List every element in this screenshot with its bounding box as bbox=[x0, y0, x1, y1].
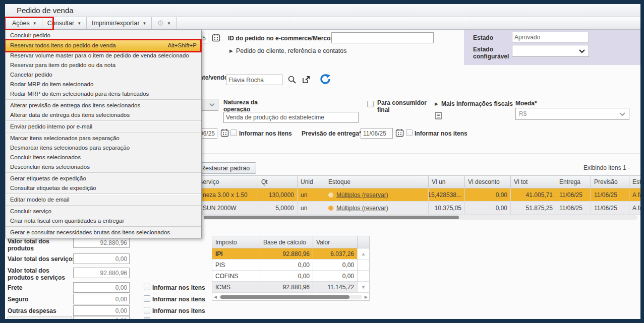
outras-despesas-input[interactable] bbox=[73, 305, 130, 316]
menu-separator bbox=[6, 172, 201, 173]
consultar-button-label: Consultar bbox=[47, 20, 75, 27]
tax-table: Imposto Base de cálculo Valor IPI 92.880… bbox=[212, 236, 370, 301]
tax-row[interactable]: COFINS 0,00 0,00 bbox=[212, 271, 369, 282]
menu-item-gerar-etiquetas[interactable]: Gerar etiquetas de expedição bbox=[6, 174, 201, 183]
refresh-icon[interactable] bbox=[320, 74, 331, 87]
menu-item-gerar-necessidades-brutas[interactable]: Gerar e consultar necessidades brutas do… bbox=[6, 228, 201, 237]
menu-item-concluir-servico[interactable]: Concluir serviço bbox=[6, 207, 201, 216]
tax-row[interactable]: ICMS 92.880,96 11.145,72 ▼ bbox=[212, 282, 369, 293]
calendar-icon[interactable] bbox=[395, 128, 404, 139]
informar-itens-checkbox-previsao[interactable] bbox=[406, 130, 413, 136]
seguro-input[interactable] bbox=[73, 294, 130, 304]
col-imposto[interactable]: Imposto bbox=[212, 236, 260, 248]
informar-itens-label-entrega: Informar nos itens bbox=[239, 130, 292, 137]
col-entrega[interactable]: Entrega bbox=[556, 175, 591, 188]
menu-item-reservar-para-item[interactable]: Reservar para item do pedido ou da nota bbox=[6, 60, 201, 70]
tax-table-hscrollbar[interactable]: ◀ ▶ bbox=[212, 293, 369, 300]
consumidor-final-checkbox[interactable] bbox=[367, 101, 374, 107]
frete-input[interactable] bbox=[73, 282, 130, 293]
consultar-button[interactable]: Consultar ▼ bbox=[42, 17, 87, 29]
cell-entrega: 11/06/25 bbox=[556, 188, 591, 202]
natureza-operacao-input[interactable] bbox=[223, 112, 359, 123]
search-icon[interactable] bbox=[287, 75, 297, 86]
menu-item-cancelar-pedido[interactable]: Cancelar pedido bbox=[6, 70, 201, 80]
imprimir-exportar-button[interactable]: Imprimir/exportar ▼ bbox=[87, 17, 152, 29]
menu-item-consultar-etiquetas[interactable]: Consultar etiquetas de expedição bbox=[6, 183, 201, 193]
mais-info-fiscais-toggle[interactable]: ▶ Mais informações fiscais bbox=[435, 100, 513, 107]
representante-input[interactable] bbox=[226, 75, 282, 85]
total-servicos-input[interactable] bbox=[73, 253, 130, 264]
scroll-down-icon[interactable]: ▼ bbox=[358, 282, 369, 293]
menu-item-alterar-previsao[interactable]: Alterar previsão de entrega dos itens se… bbox=[6, 101, 201, 110]
informar-itens-checkbox-frete[interactable] bbox=[144, 284, 150, 290]
menu-item-concluir-itens[interactable]: Concluir itens selecionados bbox=[6, 153, 201, 162]
calendar-icon[interactable] bbox=[220, 128, 229, 139]
informar-itens-checkbox-entrega[interactable] bbox=[230, 130, 237, 136]
menu-item-enviar-pedido-email[interactable]: Enviar pedido interno por e-mail bbox=[6, 122, 201, 132]
total-produtos-label: Valor total dos produtos bbox=[8, 238, 61, 252]
table-row[interactable]: SUN 2000W 5,0000 un Múltiplos (reservar)… bbox=[126, 202, 640, 215]
col-valor[interactable]: Valor bbox=[313, 236, 358, 248]
cell-imposto: COFINS bbox=[212, 271, 260, 282]
cutoff-row-checkbox[interactable] bbox=[144, 317, 150, 319]
scrollbar-thumb[interactable] bbox=[220, 295, 349, 299]
paging-info: Exibindo itens 1 - bbox=[583, 164, 630, 171]
cell-base: 92.880,96 bbox=[260, 282, 313, 293]
estado-input bbox=[512, 32, 589, 42]
restaurar-padrao-button[interactable]: Restaurar padrão bbox=[194, 162, 256, 174]
total-prod-serv-input[interactable] bbox=[73, 268, 130, 278]
menu-item-marcar-separacao[interactable]: Marcar itens selecionados para separação bbox=[6, 134, 201, 143]
total-produtos-input[interactable] bbox=[73, 237, 130, 248]
scrollbar-thumb[interactable] bbox=[204, 216, 459, 219]
natureza-prefix-select[interactable] bbox=[199, 99, 218, 111]
menu-item-criar-nota-fiscal[interactable]: Criar nota fiscal com quantidades a entr… bbox=[6, 216, 201, 226]
settings-button[interactable]: ⚙ ▼ bbox=[152, 17, 176, 29]
menu-item-desmarcar-separacao[interactable]: Desmarcar itens selecionados para separa… bbox=[6, 143, 201, 153]
informar-itens-checkbox-outras[interactable] bbox=[144, 307, 150, 313]
multiplos-reservar-link[interactable]: Múltiplos (reservar) bbox=[336, 191, 388, 199]
previsao-entrega-input[interactable] bbox=[361, 128, 393, 139]
col-vl-desconto[interactable]: Vl desconto bbox=[465, 175, 511, 188]
moeda-select[interactable]: R$ bbox=[515, 108, 629, 120]
ecommerce-id-input[interactable] bbox=[331, 32, 434, 43]
menu-item-desconcluir-itens[interactable]: Desconcluir itens selecionados bbox=[6, 162, 201, 172]
col-unid[interactable]: Unid bbox=[298, 175, 325, 188]
cell-vl-un: 10.375,05 bbox=[429, 202, 465, 215]
document-icon[interactable] bbox=[435, 112, 442, 121]
informar-itens-checkbox-seguro[interactable] bbox=[144, 295, 150, 302]
tax-row[interactable]: IPI 92.880,96 6.037,26 ▲ bbox=[212, 248, 369, 260]
acoes-button[interactable]: Ações ▼ bbox=[7, 17, 42, 29]
acoes-dropdown-menu: Concluir pedido Reservar todos itens do … bbox=[5, 30, 202, 238]
tax-row[interactable]: PIS 0,00 0,00 bbox=[212, 260, 369, 271]
menu-item-concluir-pedido[interactable]: Concluir pedido bbox=[6, 31, 201, 40]
col-estoque[interactable]: Estoque bbox=[325, 175, 429, 188]
calendar-icon[interactable] bbox=[212, 33, 220, 44]
menu-item-reservar-todos-itens[interactable]: Reservar todos itens do pedido de venda … bbox=[6, 40, 201, 51]
col-vl-un[interactable]: Vl un bbox=[429, 175, 465, 188]
open-external-icon[interactable] bbox=[302, 75, 311, 86]
cell-base: 92.880,96 bbox=[260, 248, 313, 260]
cell-entrega: 11/06/25 bbox=[556, 202, 591, 215]
col-vl-tot[interactable]: Vl tot bbox=[511, 175, 556, 188]
estado-configuravel-select[interactable] bbox=[512, 45, 589, 57]
menu-item-rodar-mrp-fabricados[interactable]: Rodar MRP do item selecionado para itens… bbox=[6, 89, 201, 99]
multiplos-reservar-link[interactable]: Múltiplos (reservar) bbox=[336, 205, 388, 212]
informar-itens-label-previsao: Informar nos itens bbox=[415, 130, 467, 137]
menu-item-alterar-data[interactable]: Alterar data de entrega dos itens seleci… bbox=[6, 110, 201, 120]
cliente-section-toggle[interactable]: ▶ Pedido do cliente, referência e contat… bbox=[229, 47, 347, 54]
col-estado[interactable]: Estado bbox=[629, 175, 640, 188]
col-qt[interactable]: Qt bbox=[258, 175, 298, 188]
items-table-hscrollbar[interactable] bbox=[203, 215, 637, 220]
menu-item-rodar-mrp[interactable]: Rodar MRP do item selecionado bbox=[6, 80, 201, 89]
col-previsao[interactable]: Previsão bbox=[591, 175, 629, 188]
menu-item-editar-modelo-email[interactable]: Editar modelo de email bbox=[6, 195, 201, 205]
col-base-calculo[interactable]: Base de cálculo bbox=[260, 236, 313, 248]
table-row[interactable]: neza 3.00 x 1.50 130,0000 un Múltiplos (… bbox=[126, 188, 640, 202]
cutoff-row-input[interactable] bbox=[73, 316, 130, 319]
ecommerce-id-label: ID do pedido no e-commerce/Mercos bbox=[228, 35, 334, 42]
menu-item-reservar-volume-master[interactable]: Reservar volume master para o item de pe… bbox=[6, 51, 201, 60]
scroll-left-icon[interactable]: ◀ bbox=[214, 295, 217, 299]
scroll-right-icon[interactable]: ▶ bbox=[365, 295, 368, 299]
scroll-up-icon[interactable]: ▲ bbox=[358, 248, 369, 260]
menu-separator bbox=[6, 120, 201, 121]
